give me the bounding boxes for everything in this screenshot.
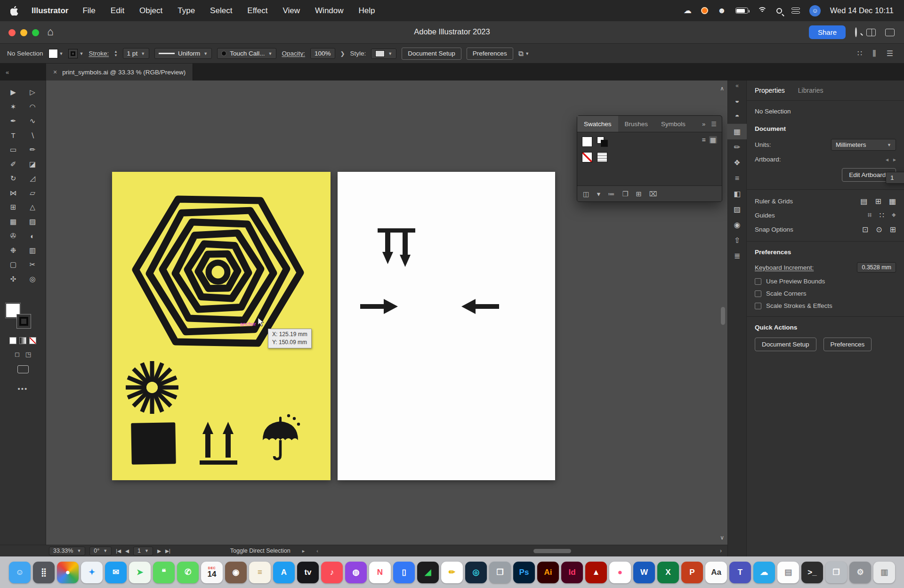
quick-action-preferences-button[interactable]: Preferences [823, 338, 872, 351]
menubar-item[interactable]: View [283, 6, 300, 16]
dock-excel[interactable]: X [657, 562, 679, 583]
snap-to-point-icon[interactable]: ⊙ [876, 225, 882, 234]
collapse-left-panel-icon[interactable]: « [0, 64, 46, 81]
artwork-right-arrow[interactable] [360, 298, 399, 317]
stroke-weight-stepper[interactable]: ▲▼ [114, 50, 117, 57]
dock-photo-booth[interactable]: ◉ [225, 562, 247, 583]
search-icon[interactable] [855, 28, 857, 37]
menubar-item[interactable]: Window [315, 6, 343, 16]
rectangle-tool[interactable]: ▭ [4, 143, 23, 157]
rotation-dropdown[interactable]: 0°▼ [89, 547, 112, 556]
eraser-tool[interactable]: ◪ [23, 157, 42, 172]
preference-checkbox-row[interactable]: Use Preview Bounds [755, 278, 896, 285]
dock-chrome[interactable]: ● [57, 562, 79, 583]
opacity-expand-icon[interactable]: ❯ [340, 50, 345, 57]
tab-libraries[interactable]: Libraries [798, 87, 823, 94]
stroke-color-swatch[interactable] [68, 49, 78, 58]
grid-view-icon[interactable]: ▦ [709, 136, 717, 144]
dock-settings[interactable]: ⚙ [849, 562, 871, 583]
opacity-link[interactable]: Opacity: [282, 50, 305, 57]
last-artboard-icon[interactable]: ▶| [165, 548, 170, 554]
artwork-double-down-arrows[interactable] [378, 228, 415, 277]
menubar-item[interactable]: Help [359, 6, 375, 16]
swatch-white[interactable] [582, 137, 592, 147]
dock-cube-app[interactable]: ❒ [489, 562, 511, 583]
previous-artboard-icon[interactable]: ◂ [886, 156, 888, 163]
snap-to-grid-icon[interactable]: ⊡ [862, 225, 868, 234]
menubar-item[interactable]: Type [178, 6, 195, 16]
dock-indesign[interactable]: Id [561, 562, 583, 583]
zoom-level-dropdown[interactable]: 33.33%▼ [49, 547, 85, 556]
artboard-navigation-dropdown[interactable]: 1▼ [133, 547, 153, 556]
scroll-up-icon[interactable]: ∧ [720, 85, 724, 92]
first-artboard-icon[interactable]: |◀ [116, 548, 121, 554]
color-chip[interactable] [9, 337, 16, 344]
share-button[interactable]: Share [809, 25, 846, 39]
checkbox[interactable] [755, 278, 761, 285]
stroke-link[interactable]: Stroke: [89, 50, 109, 57]
width-tool[interactable]: ⋈ [4, 186, 23, 201]
line-segment-tool[interactable]: ∖ [23, 129, 42, 143]
slice-tool[interactable]: ✂ [23, 258, 42, 272]
preferences-button[interactable]: Preferences [467, 48, 513, 60]
scroll-down-icon[interactable]: ∨ [720, 534, 724, 541]
fill-color-swatch[interactable] [48, 49, 58, 58]
pen-tool[interactable]: ✒ [4, 114, 23, 129]
panel-transparency[interactable]: ▨ [727, 201, 747, 217]
menubar-item[interactable]: Select [210, 6, 232, 16]
tab-swatches[interactable]: Swatches [577, 116, 618, 132]
preference-checkbox-row[interactable]: Scale Corners [755, 290, 896, 297]
chevron-down-icon[interactable]: ▼ [525, 51, 529, 56]
perspective-grid-tool[interactable]: △ [23, 200, 42, 215]
selection-tool[interactable]: ▶ [4, 85, 23, 100]
dock-safari[interactable]: ✦ [81, 562, 103, 583]
screen-mode-icon[interactable] [885, 29, 895, 36]
libraries-icon[interactable]: ◫ [583, 190, 589, 198]
eyedropper-tool[interactable]: ✇ [4, 229, 23, 243]
dock-onedrive[interactable]: ☁ [753, 562, 775, 583]
user-menu-icon[interactable]: ☻ [718, 6, 726, 16]
stroke-proxy[interactable] [16, 314, 31, 329]
dock-teams[interactable]: T [729, 562, 751, 583]
menubar-item[interactable]: Object [139, 6, 162, 16]
dock-finder[interactable]: ☺ [9, 562, 31, 583]
dock-photoshop[interactable]: Ps [513, 562, 535, 583]
edit-toolbar-icon[interactable]: ••• [18, 385, 28, 393]
list-view-icon[interactable]: ≡ [702, 136, 706, 144]
document-tab[interactable]: × print_symbols.ai @ 33.33 % (RGB/Previe… [46, 64, 193, 81]
wifi-icon[interactable] [758, 7, 767, 14]
arrange-documents-icon[interactable] [866, 29, 876, 36]
type-tool[interactable]: T [4, 129, 23, 143]
artwork-starburst[interactable] [124, 359, 180, 418]
dock-freeform[interactable]: ✏ [441, 562, 463, 583]
magic-wand-tool[interactable]: ✶ [4, 100, 23, 114]
new-swatch-icon[interactable]: ⊞ [636, 190, 641, 198]
artwork-left-arrow[interactable] [460, 298, 499, 317]
artwork-this-way-up[interactable] [199, 419, 238, 468]
checkbox[interactable] [755, 303, 761, 309]
dock-facetime[interactable]: ✆ [177, 562, 199, 583]
control-center-icon[interactable] [791, 8, 800, 14]
dock-iphone-mirroring[interactable]: ▯ [393, 562, 415, 583]
menubar-item[interactable]: Effect [247, 6, 267, 16]
dock-textedit[interactable]: ▤ [777, 562, 799, 583]
keyboard-increment-input[interactable]: 0.3528 mm [857, 262, 896, 273]
panel-export[interactable]: ⇧ [727, 233, 747, 248]
chevron-down-icon[interactable]: ▼ [79, 51, 83, 56]
workspace-switcher-icon[interactable]: ⫼ [872, 49, 876, 58]
status-chevron-right[interactable]: › [720, 548, 722, 554]
vertical-scrollbar[interactable] [721, 307, 725, 325]
none-chip[interactable] [29, 337, 36, 344]
show-grid-icon[interactable]: ⊞ [875, 197, 881, 206]
menubar-item[interactable]: File [82, 6, 95, 16]
dock-app-store[interactable]: A [273, 562, 295, 583]
battery-icon[interactable] [735, 8, 748, 14]
collapse-right-panel-icon[interactable]: « [735, 82, 739, 89]
shape-mode-icon[interactable]: ◻ [15, 351, 20, 358]
hand-tool[interactable]: ✣ [4, 272, 23, 287]
dock-dictionary[interactable]: Aa [705, 562, 727, 583]
dock-launchpad[interactable]: ⣿ [33, 562, 55, 583]
tab-brushes[interactable]: Brushes [618, 116, 655, 132]
panel-overflow-icon[interactable]: » [702, 121, 705, 128]
swatch-kinds-icon[interactable]: ▾ [597, 190, 600, 198]
